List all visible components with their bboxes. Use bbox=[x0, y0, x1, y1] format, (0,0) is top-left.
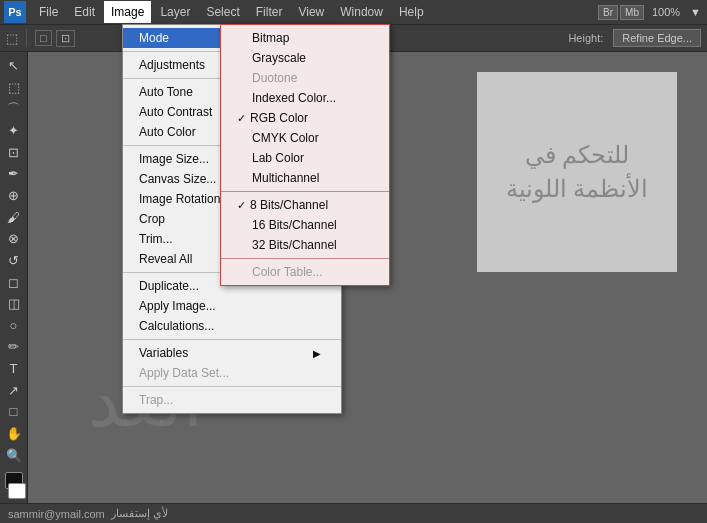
menu-layer[interactable]: Layer bbox=[153, 1, 197, 23]
menu-file[interactable]: File bbox=[32, 1, 65, 23]
toolbar: ↖ ⬚ ⌒ ✦ ⊡ ✒ ⊕ 🖌 ⊗ ↺ ◻ ◫ ○ ✏ T ↗ □ ✋ 🔍 bbox=[0, 52, 28, 503]
height-label: Height: bbox=[568, 32, 603, 44]
br-button[interactable]: Br bbox=[598, 5, 618, 20]
menu-apply-image[interactable]: Apply Image... bbox=[123, 296, 341, 316]
refine-edge-button[interactable]: Refine Edge... bbox=[613, 29, 701, 47]
path-selection-tool[interactable]: ↗ bbox=[3, 380, 25, 400]
mode-indexed-color[interactable]: Indexed Color... bbox=[221, 88, 389, 108]
dodge-tool[interactable]: ○ bbox=[3, 316, 25, 336]
type-tool[interactable]: T bbox=[3, 359, 25, 379]
menu-trap: Trap... bbox=[123, 390, 341, 410]
menu-view[interactable]: View bbox=[291, 1, 331, 23]
menu-edit[interactable]: Edit bbox=[67, 1, 102, 23]
menu-bar: Ps File Edit Image Layer Select Filter V… bbox=[0, 0, 707, 24]
gradient-tool[interactable]: ◫ bbox=[3, 294, 25, 314]
crop-tool[interactable]: ⊡ bbox=[3, 143, 25, 163]
mode-lab-color[interactable]: Lab Color bbox=[221, 148, 389, 168]
menu-apply-data-set: Apply Data Set... bbox=[123, 363, 341, 383]
menu-window[interactable]: Window bbox=[333, 1, 390, 23]
mode-multichannel[interactable]: Multichannel bbox=[221, 168, 389, 188]
menu-help[interactable]: Help bbox=[392, 1, 431, 23]
history-tool[interactable]: ↺ bbox=[3, 251, 25, 271]
menu-filter[interactable]: Filter bbox=[249, 1, 290, 23]
mode-cmyk-color[interactable]: CMYK Color bbox=[221, 128, 389, 148]
mode-color-table: Color Table... bbox=[221, 262, 389, 282]
menu-variables[interactable]: Variables ▶ bbox=[123, 343, 341, 363]
menu-image[interactable]: Image bbox=[104, 1, 151, 23]
menu-calculations[interactable]: Calculations... bbox=[123, 316, 341, 336]
brush-tool[interactable]: 🖌 bbox=[3, 207, 25, 227]
mode-32bit[interactable]: 32 Bits/Channel bbox=[221, 235, 389, 255]
heal-tool[interactable]: ⊕ bbox=[3, 186, 25, 206]
mode-duotone: Duotone bbox=[221, 68, 389, 88]
canvas-content: للتحكم في الأنظمة اللونية bbox=[477, 72, 677, 272]
status-bar: sammir@ymail.com لأي إستفسار bbox=[0, 503, 707, 523]
options-box2[interactable]: ⊡ bbox=[56, 30, 75, 47]
status-email: sammir@ymail.com bbox=[8, 508, 105, 520]
mode-8bit[interactable]: 8 Bits/Channel bbox=[221, 195, 389, 215]
clone-tool[interactable]: ⊗ bbox=[3, 229, 25, 249]
background-color[interactable] bbox=[8, 483, 26, 499]
marquee-tool[interactable]: ⬚ bbox=[3, 78, 25, 98]
pen-tool[interactable]: ✏ bbox=[3, 337, 25, 357]
marquee-tool-icon[interactable]: ⬚ bbox=[6, 31, 18, 46]
zoom-tool[interactable]: 🔍 bbox=[3, 445, 25, 465]
shape-tool[interactable]: □ bbox=[3, 402, 25, 422]
mb-button[interactable]: Mb bbox=[620, 5, 644, 20]
menu-select[interactable]: Select bbox=[199, 1, 246, 23]
mode-rgb-color[interactable]: RGB Color bbox=[221, 108, 389, 128]
eyedropper-tool[interactable]: ✒ bbox=[3, 164, 25, 184]
mode-bitmap[interactable]: Bitmap bbox=[221, 28, 389, 48]
mode-grayscale[interactable]: Grayscale bbox=[221, 48, 389, 68]
status-arabic: لأي إستفسار bbox=[111, 507, 168, 520]
move-tool[interactable]: ↖ bbox=[3, 56, 25, 76]
hand-tool[interactable]: ✋ bbox=[3, 424, 25, 444]
lasso-tool[interactable]: ⌒ bbox=[3, 99, 25, 119]
ps-logo: Ps bbox=[4, 1, 26, 23]
zoom-display: 100% bbox=[646, 5, 686, 19]
eraser-tool[interactable]: ◻ bbox=[3, 272, 25, 292]
options-box1[interactable]: □ bbox=[35, 30, 52, 46]
mode-16bit[interactable]: 16 Bits/Channel bbox=[221, 215, 389, 235]
arabic-text-main: للتحكم في الأنظمة اللونية bbox=[506, 138, 649, 205]
mode-submenu: Bitmap Grayscale Duotone Indexed Color..… bbox=[220, 24, 390, 286]
magic-wand-tool[interactable]: ✦ bbox=[3, 121, 25, 141]
